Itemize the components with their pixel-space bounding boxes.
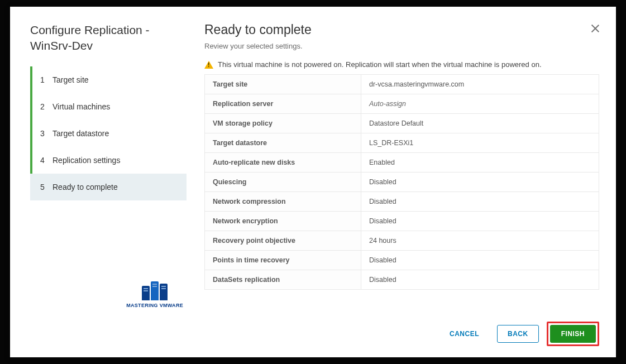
step-number: 5 [40,183,52,191]
step-label: Target site [52,75,89,84]
branding-logo: MASTERING VMWARE [126,281,183,308]
wizard-dialog: Configure Replication - WinSrv-Dev 1 Tar… [10,7,616,357]
summary-key: Target site [205,75,361,94]
step-replication-settings[interactable]: 4 Replication settings [30,147,187,174]
summary-value: Disabled [361,212,599,231]
summary-value: Datastore Default [361,114,599,133]
cancel-button[interactable]: Cancel [439,325,489,342]
step-number: 4 [40,156,52,165]
finish-button[interactable]: Finish [550,325,596,343]
summary-value: LS_DR-ESXi1 [361,133,599,153]
summary-value: Disabled [361,251,599,270]
step-label: Virtual machines [52,102,110,111]
step-number: 3 [40,129,52,138]
wizard-main: Ready to complete Review your selected s… [187,7,616,357]
wizard-sidebar: Configure Replication - WinSrv-Dev 1 Tar… [10,7,187,357]
summary-key: Network compression [205,192,361,212]
back-button[interactable]: Back [497,325,539,343]
server-rack-icon [138,281,171,300]
table-row: Target datastoreLS_DR-ESXi1 [205,133,599,153]
table-row: Auto-replicate new disksEnabled [205,153,599,173]
wizard-title: Configure Replication - WinSrv-Dev [30,22,187,54]
summary-key: Replication server [205,94,361,114]
summary-value: dr-vcsa.masteringvmware.com [361,75,599,94]
summary-value: Enabled [361,153,599,173]
summary-value: Disabled [361,270,599,290]
page-description: Review your selected settings. [204,42,599,50]
step-number: 2 [40,102,52,111]
step-label: Ready to complete [52,183,118,191]
table-row: Network compressionDisabled [205,192,599,212]
step-label: Target datastore [52,129,109,138]
page-title: Ready to complete [204,22,599,37]
warning-icon [204,61,213,69]
table-row: QuiescingDisabled [205,173,599,192]
wizard-footer: Cancel Back Finish [204,310,599,346]
summary-key: Points in time recovery [205,251,361,270]
table-row: DataSets replicationDisabled [205,270,599,290]
summary-value: Auto-assign [361,94,599,114]
close-icon[interactable] [589,22,601,35]
table-row: VM storage policyDatastore Default [205,114,599,133]
step-target-datastore[interactable]: 3 Target datastore [30,120,187,147]
warning-text: This virtual machine is not powered on. … [218,60,542,69]
summary-key: VM storage policy [205,114,361,133]
branding-text: MASTERING VMWARE [126,303,183,308]
step-number: 1 [40,75,52,84]
summary-key: Recovery point objective [205,231,361,251]
summary-key: Target datastore [205,133,361,153]
step-target-site[interactable]: 1 Target site [30,66,187,93]
finish-highlight: Finish [547,322,599,346]
table-row: Replication serverAuto-assign [205,94,599,114]
step-virtual-machines[interactable]: 2 Virtual machines [30,93,187,120]
summary-value: Disabled [361,173,599,192]
table-row: Network encryptionDisabled [205,212,599,231]
wizard-steps: 1 Target site 2 Virtual machines 3 Targe… [30,66,187,200]
summary-key: Network encryption [205,212,361,231]
warning-row: This virtual machine is not powered on. … [204,60,599,69]
table-row: Recovery point objective24 hours [205,231,599,251]
summary-value: Disabled [361,192,599,212]
summary-key: DataSets replication [205,270,361,290]
table-row: Points in time recoveryDisabled [205,251,599,270]
summary-table: Target sitedr-vcsa.masteringvmware.comRe… [204,74,599,290]
summary-value: 24 hours [361,231,599,251]
step-label: Replication settings [52,156,120,165]
summary-key: Quiescing [205,173,361,192]
table-row: Target sitedr-vcsa.masteringvmware.com [205,75,599,94]
summary-key: Auto-replicate new disks [205,153,361,173]
step-ready-to-complete[interactable]: 5 Ready to complete [30,174,187,200]
